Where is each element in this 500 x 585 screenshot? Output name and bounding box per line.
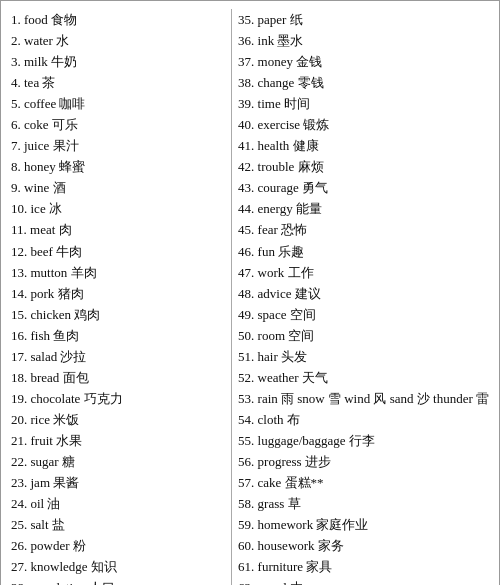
list-item: 42. trouble 麻烦 — [238, 156, 489, 177]
list-item: 49. space 空间 — [238, 304, 489, 325]
list-item: 44. energy 能量 — [238, 198, 489, 219]
list-item: 47. work 工作 — [238, 262, 489, 283]
list-item: 22. sugar 糖 — [11, 451, 225, 472]
list-item: 7. juice 果汁 — [11, 135, 225, 156]
list-item: 48. advice 建议 — [238, 283, 489, 304]
list-item: 46. fun 乐趣 — [238, 241, 489, 262]
list-item: 8. honey 蜂蜜 — [11, 156, 225, 177]
list-item: 60. housework 家务 — [238, 535, 489, 556]
list-item: 6. coke 可乐 — [11, 114, 225, 135]
list-item: 45. fear 恐怖 — [238, 219, 489, 240]
list-item: 62. wood 木 — [238, 577, 489, 585]
list-item: 37. money 金钱 — [238, 51, 489, 72]
list-item: 27. knowledge 知识 — [11, 556, 225, 577]
list-item: 56. progress 进步 — [238, 451, 489, 472]
list-item: 36. ink 墨水 — [238, 30, 489, 51]
list-item: 40. exercise 锻炼 — [238, 114, 489, 135]
list-item: 2. water 水 — [11, 30, 225, 51]
list-item: 52. weather 天气 — [238, 367, 489, 388]
list-item: 23. jam 果酱 — [11, 472, 225, 493]
list-item: 3. milk 牛奶 — [11, 51, 225, 72]
list-item: 12. beef 牛肉 — [11, 241, 225, 262]
list-item: 14. pork 猪肉 — [11, 283, 225, 304]
list-item: 11. meat 肉 — [11, 219, 225, 240]
list-item: 39. time 时间 — [238, 93, 489, 114]
list-item: 5. coffee 咖啡 — [11, 93, 225, 114]
list-item: 51. hair 头发 — [238, 346, 489, 367]
list-item: 9. wine 酒 — [11, 177, 225, 198]
list-item: 20. rice 米饭 — [11, 409, 225, 430]
list-item: 1. food 食物 — [11, 9, 225, 30]
list-item: 19. chocolate 巧克力 — [11, 388, 225, 409]
list-item: 35. paper 纸 — [238, 9, 489, 30]
list-item: 15. chicken 鸡肉 — [11, 304, 225, 325]
list-item: 57. cake 蛋糕** — [238, 472, 489, 493]
list-item: 26. powder 粉 — [11, 535, 225, 556]
list-item: 18. bread 面包 — [11, 367, 225, 388]
list-item: 24. oil 油 — [11, 493, 225, 514]
list-item: 54. cloth 布 — [238, 409, 489, 430]
list-item: 55. luggage/baggage 行李 — [238, 430, 489, 451]
list-item: 25. salt 盐 — [11, 514, 225, 535]
list-item: 53. rain 雨 snow 雪 wind 风 sand 沙 thunder … — [238, 388, 489, 409]
list-item: 61. furniture 家具 — [238, 556, 489, 577]
list-item: 41. health 健康 — [238, 135, 489, 156]
list-item: 43. courage 勇气 — [238, 177, 489, 198]
list-item: 4. tea 茶 — [11, 72, 225, 93]
list-item: 50. room 空间 — [238, 325, 489, 346]
list-item: 16. fish 鱼肉 — [11, 325, 225, 346]
left-column: 1. food 食物2. water 水3. milk 牛奶4. tea 茶5.… — [5, 9, 232, 585]
list-item: 17. salad 沙拉 — [11, 346, 225, 367]
list-item: 13. mutton 羊肉 — [11, 262, 225, 283]
list-item: 59. homework 家庭作业 — [238, 514, 489, 535]
list-item: 28. population 人口 — [11, 577, 225, 585]
vocabulary-table: 1. food 食物2. water 水3. milk 牛奶4. tea 茶5.… — [0, 0, 500, 585]
list-item: 21. fruit 水果 — [11, 430, 225, 451]
list-item: 58. grass 草 — [238, 493, 489, 514]
list-item: 10. ice 冰 — [11, 198, 225, 219]
list-item: 38. change 零钱 — [238, 72, 489, 93]
right-column: 35. paper 纸36. ink 墨水37. money 金钱38. cha… — [232, 9, 495, 585]
